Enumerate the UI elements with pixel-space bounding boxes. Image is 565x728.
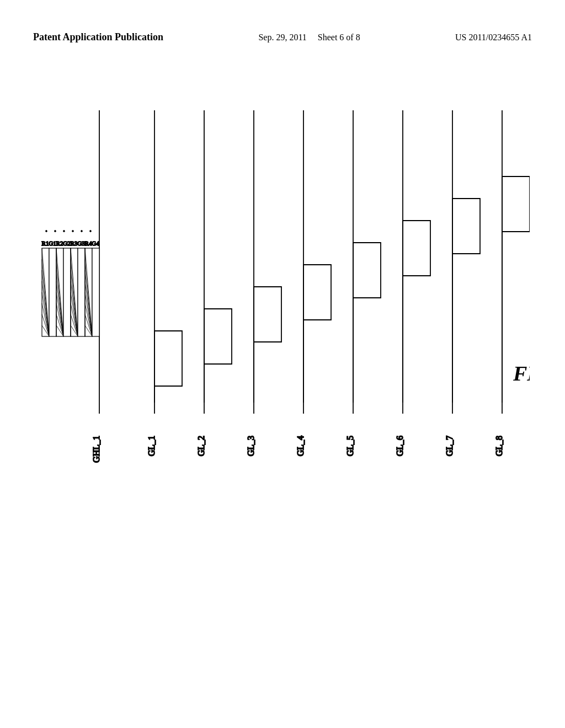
svg-text:R4: R4 [85, 240, 92, 247]
svg-text:GL_4: GL_4 [296, 436, 305, 456]
svg-text:G4: G4 [92, 240, 99, 247]
header-patent-number: US 2011/0234655 A1 [455, 30, 532, 45]
svg-text:GL_8: GL_8 [494, 436, 504, 456]
page: Patent Application Publication Sep. 29, … [0, 0, 565, 728]
header-date-sheet: Sep. 29, 2011 Sheet 6 of 8 [258, 30, 360, 45]
svg-text:R1: R1 [42, 240, 49, 247]
svg-text:G2: G2 [63, 240, 70, 247]
svg-text:GL_6: GL_6 [395, 436, 404, 456]
svg-text:GL_2: GL_2 [196, 436, 206, 456]
header-date: Sep. 29, 2011 [258, 33, 306, 42]
svg-text:GL_5: GL_5 [345, 436, 355, 456]
svg-rect-38 [78, 248, 85, 336]
svg-text:GHL_1: GHL_1 [92, 436, 101, 463]
publication-title: Patent Application Publication [33, 30, 163, 44]
svg-text:R2: R2 [56, 240, 63, 247]
figure-label: FIG. 6A [513, 362, 530, 385]
svg-rect-28 [63, 248, 71, 336]
svg-text:· · · · · ·: · · · · · · [45, 227, 94, 236]
header-sheet: Sheet 6 of 8 [318, 33, 360, 42]
svg-text:GL_7: GL_7 [445, 436, 454, 456]
svg-text:R3: R3 [71, 240, 78, 247]
page-header: Patent Application Publication Sep. 29, … [0, 30, 565, 45]
timing-diagram-svg: R1 G1 R2 G2 R3 G3 R4 G4 · · · · · · [33, 94, 530, 535]
svg-text:GL_1: GL_1 [147, 436, 156, 456]
svg-rect-48 [92, 248, 99, 336]
svg-text:G1: G1 [49, 240, 56, 247]
svg-rect-18 [49, 248, 56, 336]
svg-text:GL_3: GL_3 [246, 436, 255, 456]
svg-text:G3: G3 [77, 240, 85, 247]
